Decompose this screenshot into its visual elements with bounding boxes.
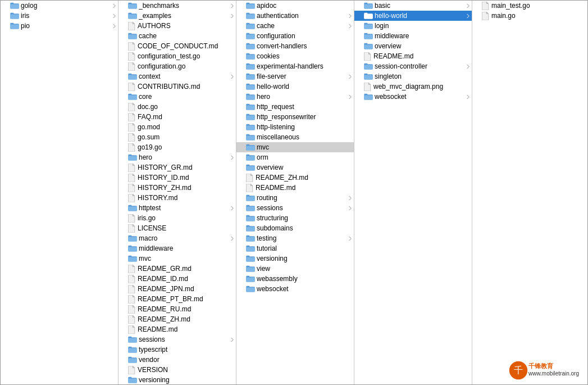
list-item[interactable]: subdomains [236, 223, 354, 233]
list-item[interactable]: CODE_OF_CONDUCT.md [118, 41, 236, 51]
item-label: hello-world [375, 12, 464, 20]
list-item[interactable]: HISTORY_GR.md [118, 162, 236, 173]
list-item[interactable]: http_responsewriter [236, 112, 354, 122]
list-item[interactable]: AUTHORS [118, 21, 236, 31]
list-item[interactable]: README.md [354, 51, 472, 61]
list-item[interactable]: README_JPN.md [118, 284, 236, 294]
list-item[interactable]: sessions [236, 203, 354, 213]
list-item[interactable]: file-server [236, 71, 354, 81]
list-item[interactable]: CONTRIBUTING.md [118, 81, 236, 92]
file-icon [128, 173, 136, 182]
list-item[interactable]: README.md [236, 183, 354, 193]
item-label: routing [257, 194, 346, 202]
list-item[interactable]: orm [236, 152, 354, 162]
list-item[interactable]: structuring [236, 213, 354, 223]
list-item[interactable]: cache [236, 21, 354, 31]
list-item[interactable]: basic [354, 1, 472, 11]
list-item[interactable]: doc.go [118, 102, 236, 112]
folder-icon [246, 205, 255, 212]
item-label: README_JPN.md [138, 285, 234, 293]
list-item[interactable]: configuration_test.go [118, 51, 236, 61]
list-item[interactable]: vendor [118, 355, 236, 365]
list-item[interactable]: FAQ.md [118, 112, 236, 122]
list-item[interactable]: go19.go [118, 142, 236, 152]
list-item[interactable]: context [118, 71, 236, 81]
expand-chevron [121, 53, 127, 60]
list-item[interactable]: middleware [354, 31, 472, 41]
list-item[interactable]: mvc [236, 142, 354, 152]
list-item[interactable]: configuration [236, 31, 354, 41]
list-item[interactable]: middleware [118, 243, 236, 253]
list-item[interactable]: http_request [236, 102, 354, 112]
list-item[interactable]: tutorial [236, 243, 354, 253]
list-item[interactable]: README_ID.md [118, 274, 236, 284]
folder-arrow [464, 94, 470, 99]
list-item[interactable]: hello-world [354, 11, 472, 21]
list-item[interactable]: hero [118, 152, 236, 162]
folder-icon [246, 265, 255, 273]
list-item[interactable]: pio [1, 21, 118, 31]
list-item[interactable]: configuration.go [118, 61, 236, 71]
list-item[interactable]: main_test.go [472, 1, 587, 11]
list-item[interactable]: README_GR.md [118, 264, 236, 274]
list-item[interactable]: view [236, 264, 354, 274]
list-item[interactable]: cache [118, 31, 236, 41]
folder-icon [246, 103, 255, 111]
list-item[interactable]: versioning [236, 253, 354, 264]
expand-chevron [121, 22, 127, 29]
list-item[interactable]: LICENSE [118, 223, 236, 233]
list-item[interactable]: testing [236, 233, 354, 243]
item-label: hello-world [257, 83, 352, 90]
list-item[interactable]: versioning [118, 375, 236, 384]
list-item[interactable]: README_PT_BR.md [118, 294, 236, 304]
list-item[interactable]: mvc [118, 253, 236, 264]
list-item[interactable]: iris [1, 11, 118, 21]
list-item[interactable]: typescript [118, 345, 236, 355]
list-item[interactable]: singleton [354, 71, 472, 81]
list-item[interactable]: hello-world [236, 81, 354, 92]
list-item[interactable]: HISTORY_ID.md [118, 173, 236, 183]
list-item[interactable]: HISTORY_ZH.md [118, 183, 236, 193]
item-label: golog [21, 2, 110, 10]
list-item[interactable]: cookies [236, 51, 354, 61]
list-item[interactable]: websocket [236, 284, 354, 294]
list-item[interactable]: _benchmarks [118, 1, 236, 11]
folder-icon [128, 245, 137, 252]
list-item[interactable]: httptest [118, 203, 236, 213]
list-item[interactable]: sessions [118, 334, 236, 345]
list-item[interactable]: README_ZH.md [236, 173, 354, 183]
list-item[interactable]: go.sum [118, 132, 236, 142]
list-item[interactable]: convert-handlers [236, 41, 354, 51]
list-item[interactable]: iris.go [118, 213, 236, 223]
list-item[interactable]: webassembly [236, 274, 354, 284]
list-item[interactable]: go.mod [118, 122, 236, 132]
folder-icon [246, 144, 255, 151]
list-item[interactable]: miscellaneous [236, 132, 354, 142]
file-icon [246, 173, 254, 182]
list-item[interactable]: authentication [236, 11, 354, 21]
list-item[interactable]: HISTORY.md [118, 193, 236, 203]
list-item[interactable]: _examples [118, 11, 236, 21]
list-item[interactable]: routing [236, 193, 354, 203]
list-item[interactable]: golog [1, 1, 118, 11]
list-item[interactable]: README.md [118, 324, 236, 334]
list-item[interactable]: websocket [354, 92, 472, 102]
expand-chevron [121, 275, 127, 282]
list-item[interactable]: login [354, 21, 472, 31]
list-item[interactable]: http-listening [236, 122, 354, 132]
list-item[interactable]: overview [236, 162, 354, 173]
folder-icon [246, 225, 255, 232]
item-label: README_RU.md [138, 305, 234, 313]
list-item[interactable]: VERSION [118, 365, 236, 375]
list-item[interactable]: overview [354, 41, 472, 51]
list-item[interactable]: README_ZH.md [118, 314, 236, 324]
list-item[interactable]: macro [118, 233, 236, 243]
list-item[interactable]: apidoc [236, 1, 354, 11]
list-item[interactable]: session-controller [354, 61, 472, 71]
list-item[interactable]: README_RU.md [118, 304, 236, 314]
list-item[interactable]: web_mvc_diagram.png [354, 81, 472, 92]
list-item[interactable]: core [118, 92, 236, 102]
list-item[interactable]: experimental-handlers [236, 61, 354, 71]
list-item[interactable]: main.go [472, 11, 587, 21]
list-item[interactable]: hero [236, 92, 354, 102]
